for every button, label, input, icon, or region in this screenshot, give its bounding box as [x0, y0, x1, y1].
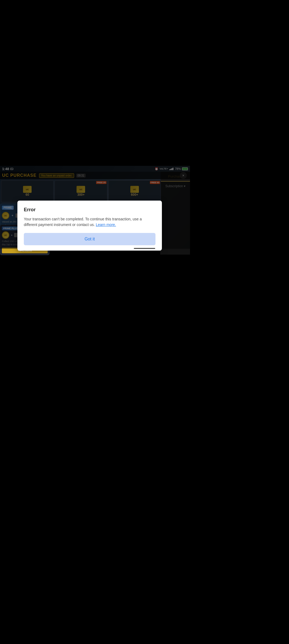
error-body-text: Your transaction can't be completed. To … — [24, 217, 142, 227]
got-it-button[interactable]: Got it — [24, 233, 155, 245]
learn-more-link[interactable]: Learn more. — [96, 223, 116, 227]
error-title: Error — [24, 207, 155, 213]
error-modal: Error Your transaction can't be complete… — [17, 201, 162, 251]
scroll-indicator — [134, 248, 155, 249]
error-body: Your transaction can't be completed. To … — [24, 216, 155, 228]
